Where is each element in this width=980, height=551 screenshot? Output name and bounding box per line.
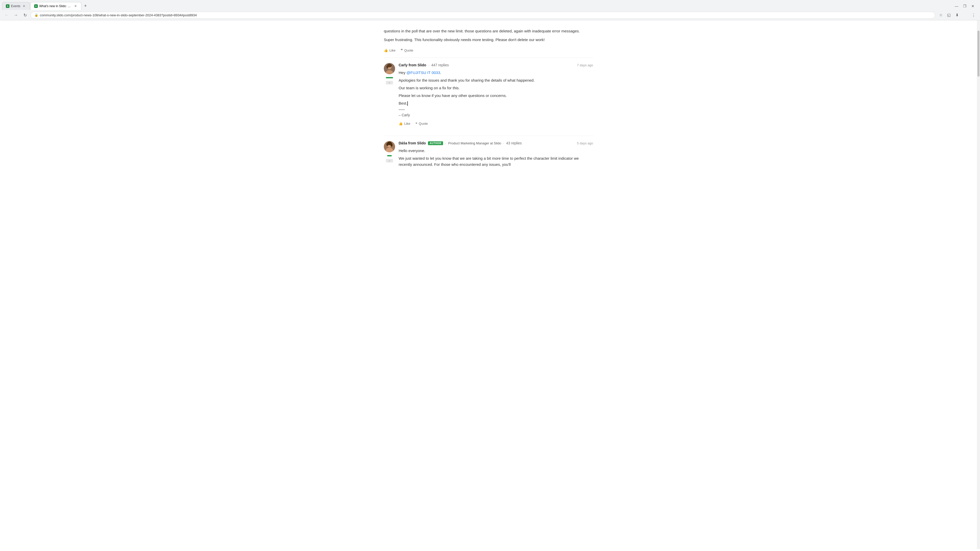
carly-name: Carly from Slido <box>399 63 426 67</box>
comment-carly: sli Carly from Slido · 447 replies 7 day… <box>384 58 593 136</box>
dasa-avatar <box>384 141 395 152</box>
new-tab-button[interactable]: + <box>82 3 89 10</box>
dasa-small-badge: sli <box>386 159 393 162</box>
carly-line-1: Apologies for the issues and thank you f… <box>399 77 593 83</box>
top-post-text1: questions in the poll that are over the … <box>384 28 593 37</box>
url-bar[interactable]: 🔒 community.slido.com/product-news-108/w… <box>30 12 935 19</box>
dasa-rank-bar <box>384 154 395 157</box>
text-cursor <box>407 101 408 106</box>
url-text: community.slido.com/product-news-108/wha… <box>40 13 931 17</box>
top-post-text2: Super frustrating. This functionality ob… <box>384 37 593 45</box>
carly-line-2: Our team is working on a fix for this. <box>399 85 593 91</box>
page-content: questions in the poll that are over the … <box>379 21 598 179</box>
top-post-actions: 👍 Like ❝ Quote <box>384 45 593 58</box>
window-controls: — ❐ ✕ <box>953 3 978 9</box>
carly-hey-line: Hey @FUJITSU IT 0033. <box>399 70 593 76</box>
dasa-avatar-wrap: sli <box>384 141 395 169</box>
carly-avatar-image <box>384 63 395 74</box>
back-button[interactable]: ← <box>3 11 10 19</box>
address-bar: ← → ↻ 🔒 community.slido.com/product-news… <box>0 10 980 20</box>
carly-line-3: Please let us know if you have any other… <box>399 93 593 99</box>
forward-button[interactable]: → <box>12 11 19 19</box>
carly-comment-header: Carly from Slido · 447 replies 7 days ag… <box>399 63 593 67</box>
menu-button[interactable]: ⋮ <box>970 11 977 19</box>
dasa-avatar-image <box>384 141 395 152</box>
close-button[interactable]: ✕ <box>970 3 976 9</box>
dasa-replies: 43 replies <box>506 141 522 145</box>
dasa-dot: · <box>445 141 446 145</box>
carly-dot: · <box>428 63 429 67</box>
download-button[interactable]: ⬇ <box>953 11 961 19</box>
bookmark-button[interactable]: ☆ <box>937 11 944 19</box>
carly-post-actions: 👍 Like ❝ Quote <box>399 119 593 130</box>
tab-events-label: Events <box>11 4 21 8</box>
carly-divider <box>399 110 405 110</box>
dasa-dot2: · <box>503 141 504 145</box>
toolbar-icons: ☆ ◱ ⬇ ⋮ <box>937 11 977 19</box>
svg-point-5 <box>387 65 388 68</box>
dasa-comment-header: Dáša from Slido AUTHOR · Product Marketi… <box>399 141 593 145</box>
carly-signature: – Carly <box>399 113 593 117</box>
like-icon: 👍 <box>384 48 388 52</box>
carly-rank-bar <box>384 76 395 79</box>
dasa-line-2: We just wanted to let you know that we a… <box>399 156 593 168</box>
carly-avatar <box>384 63 395 74</box>
top-post-like-button[interactable]: 👍 Like <box>384 48 396 52</box>
extensions-button[interactable]: ◱ <box>945 11 953 19</box>
top-post-area: questions in the poll that are over the … <box>384 25 593 58</box>
comment-dasa: sli Dáša from Slido AUTHOR · Product Mar… <box>384 136 593 174</box>
carly-line-4: Best. <box>399 100 593 106</box>
page-wrapper: questions in the poll that are over the … <box>0 21 980 549</box>
tab-events-favicon: S <box>6 4 10 8</box>
svg-point-10 <box>387 143 388 146</box>
dasa-line-1: Hello everyone. <box>399 148 593 154</box>
scrollbar-thumb[interactable] <box>977 30 980 76</box>
top-post-quote-button[interactable]: ❝ Quote <box>401 48 413 52</box>
carly-like-label: Like <box>404 122 410 125</box>
carly-time: 7 days ago <box>577 63 593 67</box>
carly-replies: 447 replies <box>431 63 449 67</box>
main-content[interactable]: questions in the poll that are over the … <box>0 21 977 549</box>
carly-comment-body: Carly from Slido · 447 replies 7 days ag… <box>399 63 593 130</box>
lock-icon: 🔒 <box>35 13 38 17</box>
top-post-quote-label: Quote <box>404 48 413 52</box>
tab-slido-news-label: What's new in Slido: Septembe... <box>39 4 72 8</box>
carly-like-icon: 👍 <box>399 122 403 125</box>
carly-like-button[interactable]: 👍 Like <box>399 122 410 125</box>
tab-slido-news[interactable]: S What's new in Slido: Septembe... ✕ <box>30 2 81 10</box>
maximize-button[interactable]: ❐ <box>962 3 968 9</box>
tab-slido-news-favicon: S <box>34 4 38 8</box>
top-post-like-label: Like <box>390 48 396 52</box>
quote-icon: ❝ <box>401 48 403 52</box>
fujitsu-mention-link[interactable]: @FUJITSU IT 0033 <box>407 70 440 75</box>
minimize-button[interactable]: — <box>953 3 959 9</box>
tab-events[interactable]: S Events ✕ <box>2 2 30 10</box>
scrollbar-track[interactable] <box>977 21 980 549</box>
tab-bar: S Events ✕ S What's new in Slido: Septem… <box>0 0 980 10</box>
dasa-comment-body: Dáša from Slido AUTHOR · Product Marketi… <box>399 141 593 169</box>
carly-quote-button[interactable]: ❝ Quote <box>415 122 428 125</box>
tab-events-close[interactable]: ✕ <box>22 4 26 8</box>
carly-quote-icon: ❝ <box>415 122 417 125</box>
carly-quote-label: Quote <box>419 122 428 125</box>
incognito-badge <box>962 11 969 19</box>
author-badge: AUTHOR <box>428 141 443 145</box>
carly-avatar-wrap: sli <box>384 63 395 130</box>
dasa-name: Dáša from Slido <box>399 141 426 145</box>
dasa-time: 5 days ago <box>577 141 593 145</box>
browser-chrome: S Events ✕ S What's new in Slido: Septem… <box>0 0 980 21</box>
tab-slido-news-close[interactable]: ✕ <box>73 4 78 8</box>
svg-point-9 <box>390 143 393 147</box>
refresh-button[interactable]: ↻ <box>21 11 29 19</box>
dasa-role: Product Marketing Manager at Slido <box>448 141 501 145</box>
carly-small-badge: sli <box>386 81 393 84</box>
